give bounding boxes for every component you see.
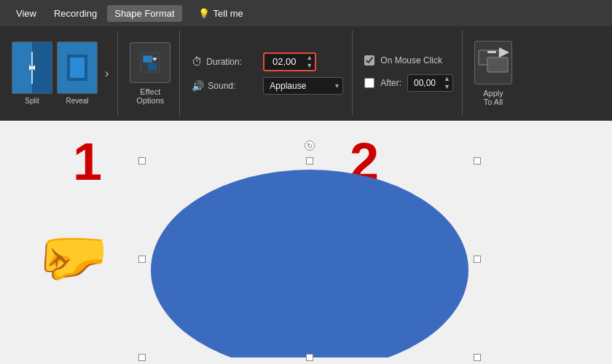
split-label: Split: [25, 97, 39, 105]
sound-label: Sound:: [208, 81, 235, 91]
selection-handles: ↻: [142, 161, 477, 357]
after-spin-down[interactable]: ▼: [444, 83, 450, 91]
menu-shape-format[interactable]: Shape Format: [107, 5, 181, 22]
reveal-thumb: [57, 41, 98, 94]
effect-options-icon: [130, 42, 170, 83]
handle-middle-left[interactable]: [138, 256, 146, 263]
svg-rect-10: [148, 63, 157, 71]
after-input[interactable]: [408, 76, 442, 90]
rotate-handle[interactable]: ↻: [305, 141, 315, 151]
sound-select[interactable]: No Sound Applause Arrow Breeze Camera: [263, 77, 343, 95]
handle-top-center[interactable]: [306, 157, 313, 165]
handle-bottom-right[interactable]: [474, 354, 481, 361]
duration-input[interactable]: [264, 54, 304, 69]
on-mouse-click-row: On Mouse Click: [364, 55, 453, 66]
apply-to-all-icon: [474, 41, 512, 84]
after-spin-up[interactable]: ▲: [444, 75, 450, 83]
timing-group: ⏱ Duration: ▲ ▼ 🔊 Sound: No Sound Applau…: [183, 31, 353, 116]
after-input-wrap: ▲ ▼: [407, 74, 453, 92]
after-checkbox[interactable]: [364, 78, 374, 88]
svg-rect-9: [144, 55, 153, 63]
reveal-label: Reveal: [66, 97, 88, 105]
on-mouse-click-label: On Mouse Click: [380, 55, 442, 66]
sound-row: 🔊 Sound: No Sound Applause Arrow Breeze …: [192, 77, 343, 95]
sound-select-wrap: No Sound Applause Arrow Breeze Camera: [263, 77, 343, 95]
duration-spin-up[interactable]: ▲: [306, 54, 313, 62]
duration-row: ⏱ Duration: ▲ ▼: [192, 52, 343, 71]
handle-middle-right[interactable]: [474, 256, 481, 263]
shape-container[interactable]: ↻: [142, 161, 477, 357]
step-number-1: 1: [73, 135, 102, 188]
on-mouse-click-checkbox[interactable]: [364, 55, 374, 66]
lightbulb-icon: 💡: [198, 8, 210, 19]
duration-input-wrap: ▲ ▼: [263, 52, 316, 71]
svg-rect-7: [70, 58, 85, 78]
transitions-group: Split Reveal ›: [6, 31, 118, 116]
duration-spin-down[interactable]: ▼: [306, 62, 313, 70]
after-row: After: ▲ ▼: [364, 74, 453, 92]
clock-icon: ⏱: [192, 55, 203, 68]
menu-bar: View Recording Shape Format 💡 Tell me: [0, 0, 612, 26]
ribbon-scroll-arrow[interactable]: ›: [102, 64, 111, 83]
apply-to-all-group[interactable]: ApplyTo All: [466, 31, 521, 116]
duration-label: Duration:: [206, 57, 242, 67]
ribbon: Split Reveal › EffectOptions: [0, 26, 612, 121]
handle-bottom-left[interactable]: [138, 354, 146, 361]
after-label: After:: [380, 78, 401, 88]
svg-marker-14: [499, 47, 509, 58]
svg-rect-15: [487, 51, 496, 53]
slide-area: 1 2 🤜 ↻: [0, 121, 612, 364]
handle-top-left[interactable]: [138, 157, 146, 165]
transition-split[interactable]: Split: [12, 41, 52, 105]
svg-rect-13: [487, 58, 508, 72]
sound-icon: 🔊: [192, 80, 204, 92]
effect-options-label: EffectOptions: [136, 87, 164, 105]
transition-reveal[interactable]: Reveal: [57, 41, 98, 105]
handle-bottom-center[interactable]: [306, 354, 313, 361]
apply-to-all-label: ApplyTo All: [483, 89, 503, 106]
menu-view[interactable]: View: [9, 5, 44, 22]
menu-recording[interactable]: Recording: [47, 5, 104, 22]
split-thumb: [12, 41, 52, 94]
handle-top-right[interactable]: [474, 157, 481, 165]
effect-options-group[interactable]: EffectOptions: [121, 31, 180, 116]
advance-group: On Mouse Click After: ▲ ▼: [356, 31, 463, 116]
menu-tell-me[interactable]: 💡 Tell me: [191, 5, 251, 22]
hand-pointer-icon: 🤜: [36, 223, 109, 291]
